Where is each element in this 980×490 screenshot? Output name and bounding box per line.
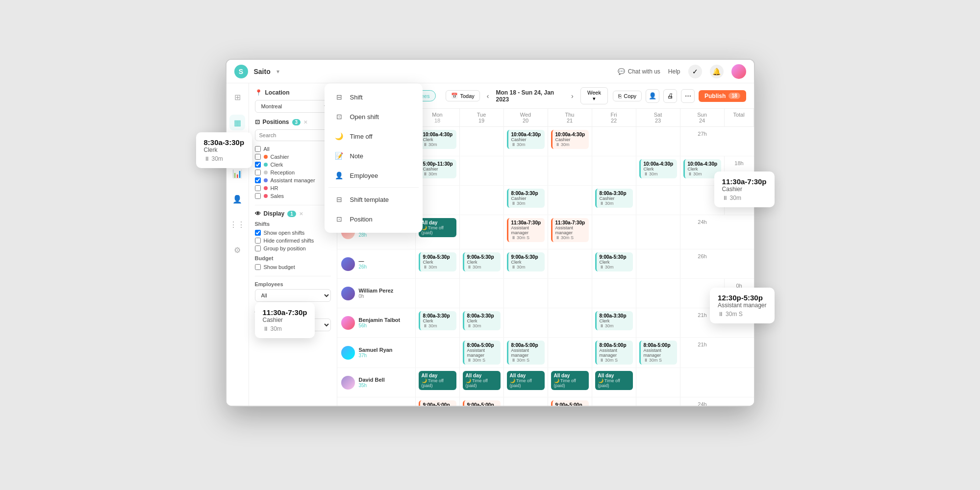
shift-card[interactable]: 8:00a-3:30p Clerk ⏸ 30m [419, 311, 456, 330]
chat-button[interactable]: 💬 Chat with us [618, 68, 660, 75]
shift-card[interactable]: 9:00a-5:30p Clerk ⏸ 30m [419, 252, 456, 271]
header-sat: Sat 23 [636, 109, 680, 126]
shift-card[interactable]: 8:00a-3:30p Cashier ⏸ 30m [507, 189, 545, 208]
shift-card[interactable]: 8:00a-5:00p Assistant manager ⏸ 30m S [595, 341, 633, 365]
shift-card[interactable]: 9:00a-5:30p Clerk ⏸ 30m [507, 252, 545, 271]
copy-button[interactable]: ⎘ Copy [613, 91, 642, 101]
fc2-time: 11:30a-7:30p [263, 308, 307, 317]
sidebar-item-calendar[interactable]: ▦ [229, 115, 245, 130]
positions-section[interactable]: ⊡ Positions 3 ✕ ▾ [255, 119, 331, 125]
publish-button[interactable]: Publish 18 [699, 90, 746, 102]
next-week-button[interactable]: › [569, 91, 576, 101]
position-clerk-checkbox[interactable] [255, 162, 261, 168]
grid-cell [460, 215, 504, 249]
shift-card[interactable]: 8:00a-3:30p Clerk ⏸ 30m [595, 311, 633, 330]
shift-card[interactable]: 8:00a-5:00p Assistant manager ⏸ 30m S [639, 341, 677, 365]
show-open-shifts-checkbox[interactable] [255, 230, 261, 236]
employees-filter-select[interactable]: All [255, 289, 331, 302]
print-icon-btn[interactable]: 🖨 [663, 89, 677, 103]
position-assistant[interactable]: Assistant manager [255, 176, 331, 184]
floating-card-2: 11:30a-7:30p Cashier ⏸ 30m [255, 302, 315, 338]
shift-card[interactable]: 11:30a-7:30p Assistant manager ⏸ 30m S [507, 218, 545, 242]
timeoff-card[interactable]: All day 🌙 Time off (paid) [507, 371, 545, 390]
dropdown-shift[interactable]: ⊟ Shift [337, 87, 419, 107]
shift-card[interactable]: 10:00a-4:30p Clerk ⏸ 30m [639, 159, 677, 178]
shift-card[interactable]: 10:00a-4:30p Cashier ⏸ 30m [551, 130, 589, 149]
shift-card[interactable]: 11:30a-7:30p Assistant manager ⏸ 30m S [551, 218, 589, 242]
today-button[interactable]: 📅 Today [446, 90, 479, 101]
check-icon-btn[interactable]: ✓ [688, 65, 702, 78]
shift-card[interactable]: 10:00a-4:30p Cashier ⏸ 30m [507, 130, 545, 149]
group-by-position-checkbox[interactable] [255, 245, 261, 251]
position-sales[interactable]: Sales [255, 192, 331, 200]
location-section: 📍 Location [255, 89, 331, 96]
help-button[interactable]: Help [668, 68, 680, 75]
person-icon-btn[interactable]: 👤 [646, 89, 659, 103]
sidebar-item-home[interactable]: ⊞ [229, 89, 245, 105]
employee-cell: — 26h [337, 249, 416, 278]
dropdown-note[interactable]: 📝 Note [337, 146, 419, 166]
display-badge: 1 [287, 211, 296, 217]
shift-card[interactable]: 9:00a-5:00p Assistant manager ⏸ 30m S [551, 400, 589, 406]
shift-card[interactable]: 8:00a-5:00p Assistant manager ⏸ 30m S [463, 341, 501, 365]
prev-week-button[interactable]: ‹ [485, 91, 491, 101]
show-budget[interactable]: Show budget [255, 263, 331, 271]
user-avatar[interactable] [731, 64, 746, 79]
sidebar-item-settings[interactable]: ⚙ [229, 242, 245, 258]
dropdown-time-off[interactable]: 🌙 Time off [337, 126, 419, 146]
table-row: Alex Forest 34h 9:00a-5:00p Assistant ma… [337, 397, 754, 406]
dropdown-employee[interactable]: 👤 Employee [337, 166, 419, 185]
shift-card[interactable]: 8:00a-3:30p Clerk ⏸ 30m [463, 311, 501, 330]
avatar [341, 346, 355, 360]
position-sales-checkbox[interactable] [255, 193, 261, 199]
grid-cell [548, 156, 592, 185]
fc4-duration: ⏸ 30m S [718, 311, 766, 318]
position-hr-checkbox[interactable] [255, 185, 261, 191]
shift-card[interactable]: 9:00a-5:30p Clerk ⏸ 30m [463, 252, 501, 271]
hide-confirmed-checkbox[interactable] [255, 238, 261, 244]
sidebar-item-org[interactable]: ⋮⋮ [229, 217, 245, 232]
shift-card[interactable]: 9:00a-5:00p Assistant manager ⏸ 30m S [419, 400, 456, 406]
hide-confirmed-shifts[interactable]: Hide confirmed shifts [255, 237, 331, 245]
shift-card[interactable]: 9:00a-5:30p Clerk ⏸ 30m [595, 252, 633, 271]
sidebar-item-person[interactable]: 👤 [229, 191, 245, 207]
timeoff-card[interactable]: All day 🌙 Time off (paid) [551, 371, 589, 390]
grid-cell: All day 🌙 Time off (paid) [504, 368, 548, 397]
employee-name: William Perez [359, 288, 411, 294]
timeoff-card[interactable]: All day 🌙 Time off (paid) [595, 371, 633, 390]
position-cashier-checkbox[interactable] [255, 154, 261, 160]
position-reception[interactable]: Reception [255, 169, 331, 176]
display-section[interactable]: 👁 Display 1 ✕ ▾ [255, 210, 331, 217]
timeoff-card[interactable]: All day 🌙 Time off (paid) [463, 371, 501, 390]
location-select[interactable]: Montreal [255, 100, 331, 113]
dropdown-position[interactable]: ⊡ Position [337, 209, 419, 229]
shift-card[interactable]: 8:00a-5:00p Assistant manager ⏸ 30m S [507, 341, 545, 365]
group-by-position[interactable]: Group by position [255, 245, 331, 252]
shift-card[interactable]: 8:00a-3:30p Cashier ⏸ 30m [595, 189, 633, 208]
icon-sidebar: ⊞ ▦ 👥 📊 👤 ⋮⋮ ⚙ [226, 83, 249, 406]
positions-search[interactable] [255, 129, 331, 141]
more-icon-btn[interactable]: ⋯ [681, 89, 695, 103]
timeoff-card[interactable]: All day 🌙 Time off (paid) [419, 371, 456, 390]
show-budget-checkbox[interactable] [255, 264, 261, 270]
show-open-shifts[interactable]: Show open shifts [255, 229, 331, 237]
dropdown-shift-template[interactable]: ⊟ Shift template [337, 190, 419, 209]
position-clerk[interactable]: Clerk [255, 161, 331, 169]
shift-card[interactable]: 9:00a-5:00p Assistant manager ⏸ 30m S [463, 400, 501, 406]
grid-cell: All day 🌙 Time off (paid) [592, 368, 636, 397]
position-all-checkbox[interactable] [255, 146, 261, 152]
fc4-role: Assistant manager [718, 302, 766, 309]
grid-cell [592, 215, 636, 249]
position-hr[interactable]: HR [255, 184, 331, 192]
position-cashier[interactable]: Cashier [255, 153, 331, 161]
dropdown-open-shift[interactable]: ⊡ Open shift [337, 107, 419, 126]
position-assistant-checkbox[interactable] [255, 177, 261, 183]
shift-card[interactable]: 10:00a-4:30p Clerk ⏸ 30m [419, 130, 456, 149]
week-view-button[interactable]: Week ▾ [580, 87, 608, 104]
shift-card[interactable]: 5:00p-11:30p Cashier ⏸ 30m [419, 159, 456, 178]
bell-icon-btn[interactable]: 🔔 [710, 65, 724, 78]
position-all[interactable]: All [255, 145, 331, 153]
date-range-label: Mon 18 - Sun 24, Jan 2023 [496, 89, 564, 103]
position-reception-checkbox[interactable] [255, 170, 261, 175]
timeoff-card[interactable]: All day 🌙 Time off (paid) [419, 218, 456, 237]
